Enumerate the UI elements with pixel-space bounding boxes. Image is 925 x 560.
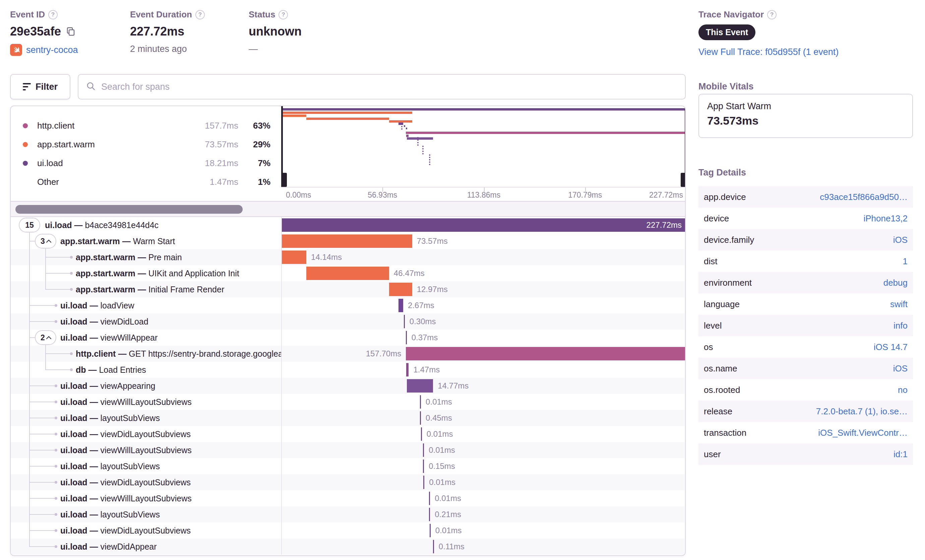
mobile-vitals-card[interactable]: App Start Warm 73.573ms <box>698 94 913 138</box>
span-row[interactable]: ui.load — layoutSubViews0.45ms <box>11 410 686 426</box>
span-description: Load Entries <box>99 365 146 374</box>
search-input[interactable] <box>101 82 678 92</box>
minimap-nested-span-marker <box>401 123 402 130</box>
span-row[interactable]: ui.load — viewWillLayoutSubviews0.01ms <box>11 442 686 458</box>
tag-row-device.family: device.familyiOS <box>698 229 913 251</box>
span-duration-label: 0.30ms <box>410 317 436 326</box>
span-children-badge[interactable]: 2 <box>35 330 56 345</box>
span-duration-bar[interactable] <box>433 540 434 553</box>
project-link[interactable]: sentry-cocoa <box>26 45 78 55</box>
span-row[interactable]: 3app.start.warm — Warm Start73.57ms <box>11 233 686 249</box>
span-duration-label: 1.47ms <box>414 365 440 374</box>
minimap-span-bar <box>281 111 412 114</box>
span-row[interactable]: app.start.warm — Pre main14.14ms <box>11 249 686 265</box>
help-icon[interactable]: ? <box>195 10 205 20</box>
span-duration-bar[interactable] <box>420 411 421 425</box>
tag-value-link[interactable]: swift <box>890 299 908 309</box>
span-tree-cell: app.start.warm — Pre main <box>11 249 281 265</box>
status-subtitle: — <box>249 44 258 54</box>
tag-value-link[interactable]: 7.2.0-beta.7 (1), io.se… <box>816 406 908 417</box>
span-row[interactable]: ui.load — viewWillLayoutSubviews0.01ms <box>11 394 686 410</box>
span-duration-bar[interactable] <box>281 251 306 264</box>
legend-row-Other[interactable]: Other1.47ms1% <box>23 175 270 189</box>
span-row[interactable]: ui.load — viewDidAppear0.11ms <box>11 539 686 555</box>
span-row[interactable]: ui.load — viewDidLayoutSubviews0.01ms <box>11 426 686 442</box>
help-icon[interactable]: ? <box>279 10 288 20</box>
legend-row-http.client[interactable]: http.client157.7ms63% <box>23 119 270 132</box>
span-duration-bar[interactable] <box>429 492 430 505</box>
tag-value-link[interactable]: iPhone13,2 <box>863 213 908 224</box>
span-duration-bar[interactable] <box>430 524 431 537</box>
span-title: app.start.warm — Pre main <box>76 252 182 262</box>
span-row[interactable]: ui.load — viewDidLayoutSubviews0.01ms <box>11 522 686 539</box>
span-duration-bar[interactable] <box>389 283 412 296</box>
span-row[interactable]: ui.load — viewDidLoad0.30ms <box>11 314 686 330</box>
tag-row-app.device: app.devicec93ace15f866a9d50… <box>698 186 913 208</box>
span-duration-bar[interactable] <box>423 443 424 457</box>
view-full-trace-link[interactable]: View Full Trace: f05d955f (1 event) <box>698 47 839 57</box>
tag-value-link[interactable]: iOS 14.7 <box>874 342 908 352</box>
span-row[interactable]: db — Load Entries1.47ms <box>11 362 686 378</box>
tag-value-link[interactable]: iOS <box>893 235 908 245</box>
tree-chart-divider[interactable] <box>281 217 282 555</box>
filter-button[interactable]: Filter <box>10 74 70 99</box>
tag-key: user <box>704 449 721 459</box>
tree-scrollbar-thumb[interactable] <box>15 205 243 214</box>
tag-details-list: app.devicec93ace15f866a9d50…deviceiPhone… <box>698 186 913 465</box>
span-duration-bar[interactable] <box>421 427 422 441</box>
span-row[interactable]: ui.load — viewDidLayoutSubviews0.01ms <box>11 474 686 490</box>
span-row[interactable]: app.start.warm — Initial Frame Render12.… <box>11 281 686 297</box>
tag-value-link[interactable]: no <box>898 385 908 395</box>
span-op: ui.load — <box>60 429 100 439</box>
span-duration-bar[interactable] <box>423 459 424 473</box>
span-duration-bar[interactable] <box>306 267 389 280</box>
legend-row-app.start.warm[interactable]: app.start.warm73.57ms29% <box>23 138 270 151</box>
tag-value-link[interactable]: c93ace15f866a9d50… <box>820 192 908 202</box>
span-row[interactable]: ui.load — layoutSubViews0.15ms <box>11 458 686 474</box>
span-duration-bar[interactable] <box>398 299 403 312</box>
span-duration-bar[interactable] <box>420 395 421 408</box>
span-description: layoutSubViews <box>100 510 160 519</box>
span-bar-cell: 157.70ms <box>281 346 686 362</box>
span-duration-bar[interactable] <box>407 379 433 393</box>
span-row[interactable]: ui.load — viewAppearing14.77ms <box>11 378 686 394</box>
span-duration-bar[interactable] <box>281 218 686 232</box>
span-duration-bar[interactable] <box>429 508 430 521</box>
tag-value-link[interactable]: iOS <box>893 363 908 374</box>
span-row[interactable]: ui.load — layoutSubViews0.21ms <box>11 506 686 522</box>
tag-value-link[interactable]: info <box>893 321 908 331</box>
trace-minimap[interactable] <box>281 106 686 187</box>
span-children-badge[interactable]: 15 <box>19 218 40 233</box>
tree-node-dot <box>55 545 57 548</box>
tag-value-link[interactable]: id:1 <box>893 449 908 459</box>
event-duration-block: Event Duration ? 227.72ms 2 minutes ago <box>130 9 205 54</box>
span-duration-bar[interactable] <box>406 331 407 344</box>
tag-key: device.family <box>704 235 754 245</box>
copy-icon[interactable] <box>66 27 76 36</box>
span-row[interactable]: 2ui.load — viewWillAppear0.37ms <box>11 330 686 346</box>
span-duration-bar[interactable] <box>406 363 409 377</box>
tag-value-link[interactable]: iOS_Swift.ViewContr… <box>818 428 908 438</box>
span-duration-bar[interactable] <box>406 347 686 360</box>
tag-value-link[interactable]: 1 <box>903 256 908 267</box>
legend-op-percent: 29% <box>238 139 270 150</box>
span-row[interactable]: app.start.warm — UIKit and Application I… <box>11 265 686 281</box>
span-row[interactable]: ui.load — viewWillLayoutSubviews0.01ms <box>11 490 686 506</box>
minimap-left-drag-handle[interactable] <box>281 173 287 187</box>
tag-key: app.device <box>704 192 746 202</box>
tree-connector <box>45 257 70 258</box>
legend-row-ui.load[interactable]: ui.load18.21ms7% <box>23 156 270 170</box>
span-row[interactable]: 15ui.load — b4ace34981e44d4c227.72ms <box>11 217 686 233</box>
span-row[interactable]: ui.load — loadView2.67ms <box>11 297 686 314</box>
span-children-badge[interactable]: 3 <box>35 234 56 249</box>
help-icon[interactable]: ? <box>767 10 777 20</box>
tag-value-link[interactable]: debug <box>883 278 908 288</box>
span-row[interactable]: http.client — GET https://sentry-brand.s… <box>11 346 686 362</box>
minimap-right-drag-handle[interactable] <box>681 173 686 187</box>
help-icon[interactable]: ? <box>48 10 58 20</box>
span-tree-cell: ui.load — viewDidLayoutSubviews <box>11 522 281 539</box>
span-duration-bar[interactable] <box>281 234 412 248</box>
span-duration-bar[interactable] <box>404 315 405 328</box>
span-title: app.start.warm — UIKit and Application I… <box>76 269 239 278</box>
span-duration-bar[interactable] <box>423 476 424 489</box>
